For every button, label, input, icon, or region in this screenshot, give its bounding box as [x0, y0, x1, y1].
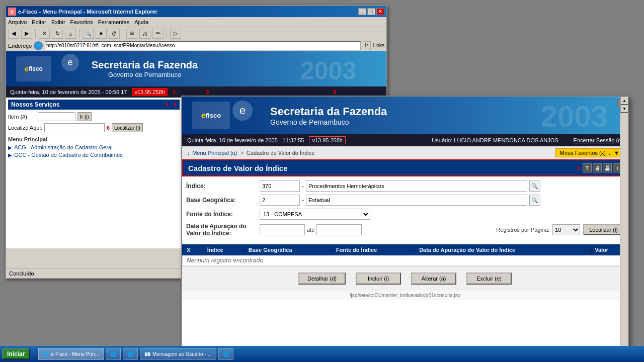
- print-button[interactable]: 🖨: [139, 29, 150, 39]
- meus-favoritos-btn[interactable]: Meus Favoritos (x) ... ▼: [555, 148, 624, 157]
- address-input[interactable]: [45, 41, 360, 50]
- results-table: X Índice Base Geográfica Fonte do Índice…: [182, 244, 628, 266]
- scrollbar-down-button[interactable]: ▼: [620, 105, 628, 113]
- go-button[interactable]: Ir: [363, 41, 371, 50]
- main-statusbar: Quinta-feira, 10 de fevereiro de 2005 - …: [182, 134, 628, 146]
- form-container: Cadastro de Valor do Índice 1 ? 🖨 💾 i Ín…: [182, 159, 628, 361]
- nav-home-link[interactable]: Menu Principal (u): [192, 150, 237, 156]
- taskbar-ie-label: e-Fisco - Menu Prin...: [51, 351, 99, 357]
- main-navbar: :: Menu Principal (u) > Cadastro de Valo…: [182, 146, 628, 159]
- localize-input[interactable]: [44, 123, 105, 132]
- detalhar-button[interactable]: Detalhar (d): [298, 273, 346, 285]
- menu-label-gcc[interactable]: GCC - Gestão do Cadastro de Contribuinte…: [14, 152, 123, 158]
- annot4: 4: [174, 102, 177, 108]
- base-geo-input[interactable]: [260, 195, 300, 206]
- back-button[interactable]: ◀: [8, 29, 19, 39]
- main-header: × e fisco e Secretaria da Fazenda Govern…: [182, 97, 628, 134]
- indice-row: Índice: - 🔍: [186, 180, 624, 192]
- arrow-icon-gcc: ▶: [8, 152, 12, 158]
- taskbar-msg-button[interactable]: 📧 Mensagem ao Usuário - ...: [140, 348, 216, 360]
- start-button[interactable]: Iniciar: [2, 348, 30, 359]
- main-scrollbar: ▲ ▼: [620, 97, 628, 361]
- main-logo: e fisco: [192, 102, 230, 129]
- indice-input-group: - 🔍: [260, 180, 540, 192]
- data-to-input[interactable]: [316, 224, 362, 235]
- header-main-title: Secretaria da Fazenda: [92, 59, 198, 71]
- scrollbar-up-button[interactable]: ▲: [620, 97, 628, 105]
- main-window: × e fisco e Secretaria da Fazenda Govern…: [181, 96, 629, 362]
- localizar-button[interactable]: Localizar (l): [112, 123, 143, 132]
- print-icon[interactable]: 🖨: [593, 163, 602, 172]
- menu-ferramentas[interactable]: Ferramentas: [98, 19, 129, 25]
- main-year-bg: 2003: [541, 99, 608, 134]
- year-background: 2003: [300, 56, 356, 85]
- ie-addressbar: Endereço 🌐 Ir Links: [6, 40, 386, 51]
- end-session-link[interactable]: Encerrar Sessão (q): [574, 137, 623, 143]
- meus-favoritos-label: Meus Favoritos (x) ...: [560, 150, 612, 156]
- fonte-label: Fonte do Índice:: [186, 211, 257, 218]
- form-title-text: Cadastro de Valor do Índice: [188, 164, 288, 172]
- menu-ajuda[interactable]: Ajuda: [134, 19, 148, 25]
- nossos-servicos-title: Nossos Serviços: [11, 101, 60, 108]
- menu-label-acg[interactable]: ACG - Administração do Cadastro Geral: [14, 144, 113, 150]
- alterar-button[interactable]: Alterar (a): [411, 273, 456, 285]
- ir-button[interactable]: Ir (i): [77, 112, 92, 121]
- form-footer: /jsp/servico01/manter_indicevalor/p01con…: [182, 291, 628, 300]
- menu-exibir[interactable]: Exibir: [51, 19, 65, 25]
- col-indice: Índice: [203, 244, 244, 255]
- menu-favoritos[interactable]: Favoritos: [70, 19, 93, 25]
- taskbar-ie-button[interactable]: 🌐 e-Fisco - Menu Prin...: [38, 348, 104, 360]
- left-panel: Nossos Serviços 5 4 Item (#): Ir (i) Loc…: [6, 98, 182, 248]
- item-input[interactable]: [38, 112, 75, 121]
- registros-select[interactable]: 10 20 50: [552, 224, 580, 235]
- form-actions: Detalhar (d) Incluir (i) Alterar (a) Exc…: [182, 266, 628, 291]
- base-geo-name-input[interactable]: [306, 195, 527, 206]
- taskbar-ie2-button[interactable]: 🌐: [106, 348, 121, 360]
- forward-button[interactable]: ▶: [21, 29, 32, 39]
- home-button[interactable]: ⌂: [65, 29, 76, 39]
- menu-principal-title: Menu Principal: [8, 136, 180, 142]
- indice-name-input[interactable]: [306, 180, 527, 192]
- excluir-button[interactable]: Excluir (e): [466, 273, 512, 285]
- taskbar-extra-button[interactable]: 🌐: [218, 348, 233, 360]
- favorites-button[interactable]: ★: [96, 29, 107, 39]
- address-icon: 🌐: [34, 41, 43, 50]
- refresh-button[interactable]: ↻: [52, 29, 63, 39]
- incluir-button[interactable]: Incluir (i): [356, 273, 401, 285]
- indice-dash: -: [302, 183, 304, 190]
- base-geo-search-button[interactable]: 🔍: [529, 195, 540, 206]
- data-label: Data de Apuração do Valor do Índice:: [186, 223, 257, 237]
- save-icon[interactable]: 💾: [603, 163, 612, 172]
- main-title-text: Secretaria da Fazenda: [270, 105, 387, 118]
- menu-arquivo[interactable]: Arquivo: [8, 19, 27, 25]
- close-button[interactable]: ✕: [376, 8, 384, 15]
- localizar-main-button[interactable]: Localizar (l): [583, 224, 624, 235]
- efisco-header: e fisco e Secretaria da Fazenda Governo …: [6, 51, 386, 86]
- menu-item-gcc[interactable]: ▶ GCC - Gestão do Cadastro de Contribuin…: [8, 152, 180, 158]
- data-row: Data de Apuração do Valor do Índice: até…: [186, 223, 624, 237]
- ie-icon: e: [8, 8, 16, 16]
- indice-search-button[interactable]: 🔍: [529, 180, 540, 192]
- annot1: 1: [173, 89, 176, 95]
- registros-label: Registros por Página:: [496, 227, 549, 233]
- no-results-cell: Nenhum registro encontrado: [183, 255, 628, 265]
- fonte-select[interactable]: 13 - COMPESA 1 - IPCA 2 - IGP-M 3 - IPC: [260, 209, 370, 220]
- edit-button[interactable]: ✏: [152, 29, 164, 39]
- col-x: X: [183, 244, 203, 255]
- indice-input[interactable]: [260, 180, 300, 192]
- minimize-button[interactable]: _: [358, 8, 366, 15]
- address-label: Endereço: [8, 43, 32, 49]
- search-button[interactable]: 🔍: [83, 29, 94, 39]
- history-button[interactable]: ⏱: [109, 29, 120, 39]
- taskbar-ie3-button[interactable]: 🌐: [123, 348, 138, 360]
- stop-button[interactable]: ✕: [39, 29, 50, 39]
- media-button[interactable]: ▷: [170, 29, 181, 39]
- taskbar-separator: [34, 348, 34, 360]
- help-icon[interactable]: ?: [583, 163, 592, 172]
- data-from-input[interactable]: [260, 224, 305, 235]
- maximize-button[interactable]: □: [367, 8, 375, 15]
- col-base-geo: Base Geográfica: [244, 244, 332, 255]
- menu-editar[interactable]: Editar: [32, 19, 46, 25]
- mail-button[interactable]: ✉: [126, 29, 137, 39]
- menu-item-acg[interactable]: ▶ ACG - Administração do Cadastro Geral: [8, 144, 180, 150]
